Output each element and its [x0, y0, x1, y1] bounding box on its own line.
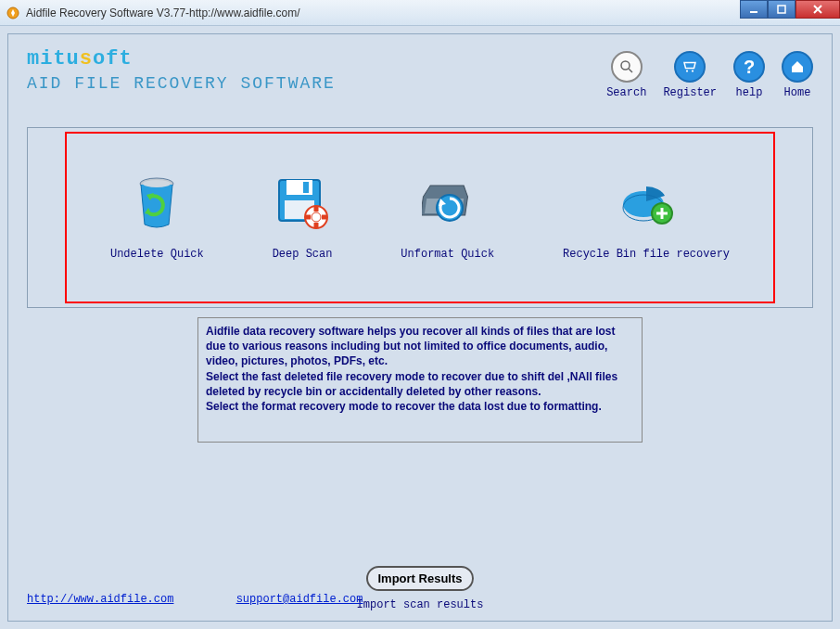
window-controls: [740, 0, 840, 19]
brand-accent: s: [80, 47, 93, 71]
unformat-quick-option[interactable]: Unformat Quick: [401, 175, 494, 261]
drive-refresh-icon: [401, 175, 494, 231]
svg-point-8: [692, 70, 694, 71]
deep-scan-option[interactable]: Deep Scan: [273, 175, 333, 261]
app-header: mitusoft AID File Recovery Software Sear…: [8, 34, 832, 118]
description-text: Aidfile data recovery software helps you…: [197, 317, 643, 443]
minimize-button[interactable]: [740, 0, 768, 19]
import-results-button[interactable]: Import Results: [366, 566, 473, 591]
recycle-label: Recycle Bin file recovery: [563, 248, 730, 261]
register-label: Register: [663, 86, 717, 99]
titlebar: Aidfile Recovery Software V3.77-http://w…: [0, 0, 840, 26]
help-button[interactable]: ? help: [733, 51, 765, 109]
svg-rect-2: [778, 6, 785, 13]
home-button[interactable]: Home: [782, 51, 813, 109]
pie-plus-icon: [563, 175, 730, 231]
titlebar-title: Aidfile Recovery Software V3.77-http://w…: [26, 6, 299, 19]
deep-scan-label: Deep Scan: [273, 248, 333, 261]
cart-icon: [674, 51, 706, 83]
help-icon: ?: [733, 51, 765, 83]
search-icon: [611, 51, 643, 83]
brand-pre: mitu: [27, 47, 80, 71]
register-button[interactable]: Register: [663, 51, 717, 109]
search-label: Search: [606, 86, 646, 99]
recovery-mode-panel: Undelete Quick Deep Scan Unformat Quick: [27, 127, 813, 308]
app-icon: [6, 6, 20, 20]
help-label: help: [733, 86, 765, 99]
website-link[interactable]: http://www.aidfile.com: [27, 593, 173, 606]
brand-post: oft: [93, 47, 133, 71]
brand-name: mitusoft: [27, 47, 336, 71]
maximize-button[interactable]: [768, 0, 795, 19]
header-toolbar: Search Register ? help Home: [606, 44, 813, 109]
svg-point-7: [686, 70, 688, 71]
highlighted-options: Undelete Quick Deep Scan Unformat Quick: [65, 132, 775, 303]
home-icon: [782, 51, 813, 83]
search-button[interactable]: Search: [606, 51, 646, 109]
close-button[interactable]: [795, 0, 840, 19]
recycle-bin-recovery-option[interactable]: Recycle Bin file recovery: [563, 175, 730, 261]
svg-point-18: [312, 212, 321, 222]
footer-area: Import Results Import scan results http:…: [8, 566, 832, 611]
footer-links: http://www.aidfile.com support@aidfile.c…: [27, 593, 418, 606]
svg-line-6: [629, 69, 632, 72]
logo: mitusoft AID File Recovery Software: [27, 44, 336, 109]
home-label: Home: [782, 86, 813, 99]
svg-point-10: [143, 180, 171, 187]
undelete-label: Undelete Quick: [110, 248, 204, 261]
trash-recycle-icon: [110, 175, 204, 231]
support-email-link[interactable]: support@aidfile.com: [236, 593, 363, 606]
svg-rect-15: [303, 182, 309, 193]
undelete-quick-option[interactable]: Undelete Quick: [110, 175, 204, 261]
floppy-lifebuoy-icon: [273, 175, 333, 231]
brand-subtitle: AID File Recovery Software: [27, 74, 336, 93]
unformat-label: Unformat Quick: [401, 248, 494, 261]
svg-point-5: [621, 61, 630, 70]
